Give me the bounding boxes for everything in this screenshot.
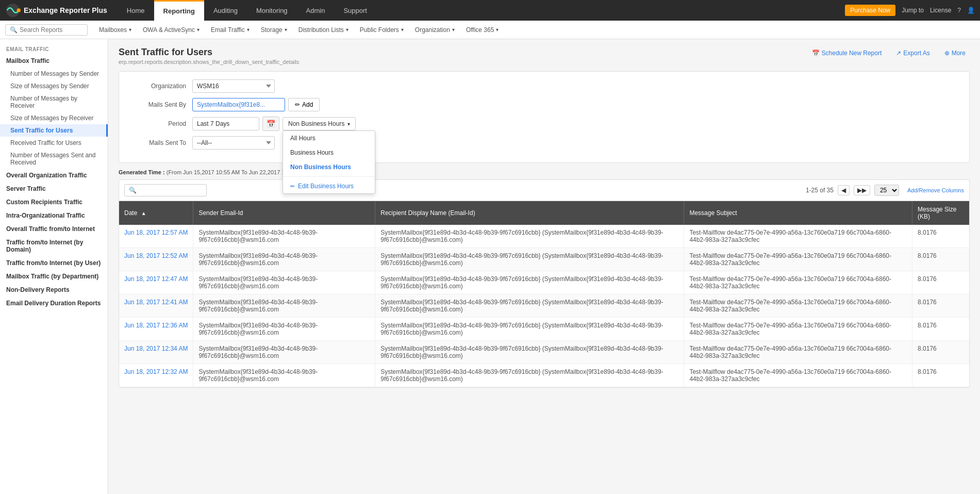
sidebar-group-delivery-duration[interactable]: Email Delivery Duration Reports xyxy=(0,297,108,310)
cell-sender: SystemMailbox{9f31e89d-4b3d-4c48-9b39-9f… xyxy=(193,248,375,271)
hours-option-non-business[interactable]: Non Business Hours xyxy=(283,160,375,174)
chevron-down-icon: ▾ xyxy=(401,27,404,32)
add-button[interactable]: ✏ Add xyxy=(288,98,320,111)
table-body: Jun 18, 2017 12:57 AM SystemMailbox{9f31… xyxy=(119,225,969,387)
prev-page-button[interactable]: ◀ xyxy=(838,185,850,195)
sidebar-item-msg-by-receiver[interactable]: Number of Messages by Receiver xyxy=(0,92,108,112)
cell-recipient: SystemMailbox{9f31e89d-4b3d-4c48-9b39-9f… xyxy=(375,364,684,387)
cell-date[interactable]: Jun 18, 2017 12:32 AM xyxy=(119,364,193,387)
period-container: 📅 Non Business Hours ▾ All Hours Busines… xyxy=(192,117,356,131)
help-icon[interactable]: ? xyxy=(957,7,961,14)
search-box[interactable]: 🔍 xyxy=(5,24,88,36)
sidebar-group-internet-by-user[interactable]: Traffic from/to Internet (by User) xyxy=(0,256,108,270)
table-row: Jun 18, 2017 12:41 AM SystemMailbox{9f31… xyxy=(119,294,969,318)
cell-recipient: SystemMailbox{9f31e89d-4b3d-4c48-9b39-9f… xyxy=(375,294,684,318)
nav-monitoring[interactable]: Monitoring xyxy=(247,0,297,21)
sidebar-group-non-delivery[interactable]: Non-Delivery Reports xyxy=(0,283,108,297)
schedule-report-button[interactable]: 📅 Schedule New Report xyxy=(808,47,886,59)
nav-mailboxes[interactable]: Mailboxes ▾ xyxy=(94,21,137,39)
purchase-button[interactable]: Purchase Now xyxy=(845,5,895,16)
sidebar-group-intra-org[interactable]: Intra-Organizational Traffic xyxy=(0,209,108,222)
cell-date[interactable]: Jun 18, 2017 12:47 AM xyxy=(119,271,193,294)
cell-date[interactable]: Jun 18, 2017 12:36 AM xyxy=(119,318,193,341)
cell-date[interactable]: Jun 18, 2017 12:41 AM xyxy=(119,294,193,318)
sidebar-item-size-by-receiver[interactable]: Size of Messages by Receiver xyxy=(0,112,108,124)
chevron-down-icon: ▾ xyxy=(129,27,131,32)
cell-sender: SystemMailbox{9f31e89d-4b3d-4c48-9b39-9f… xyxy=(193,364,375,387)
logo-icon xyxy=(5,3,21,18)
sidebar-item-received-traffic[interactable]: Received Traffic for Users xyxy=(0,137,108,149)
hours-dropdown-button[interactable]: Non Business Hours ▾ xyxy=(283,117,356,130)
search-input[interactable] xyxy=(20,26,81,34)
cell-subject: Test-Mailflow de4ac775-0e7e-4990-a56a-13… xyxy=(684,248,912,271)
nav-auditing[interactable]: Auditing xyxy=(204,0,247,21)
cell-recipient: SystemMailbox{9f31e89d-4b3d-4c48-9b39-9f… xyxy=(375,225,684,248)
table-row: Jun 18, 2017 12:47 AM SystemMailbox{9f31… xyxy=(119,271,969,294)
app-logo: Exchange Reporter Plus xyxy=(5,3,107,18)
mails-sent-by-label: Mails Sent By xyxy=(129,101,186,108)
cell-date[interactable]: Jun 18, 2017 12:34 AM xyxy=(119,341,193,364)
calendar-button[interactable]: 📅 xyxy=(262,117,279,131)
cell-sender: SystemMailbox{9f31e89d-4b3d-4c48-9b39-9f… xyxy=(193,225,375,248)
table-search-input[interactable] xyxy=(124,184,207,196)
export-as-button[interactable]: ↗ Export As xyxy=(892,47,934,59)
nav-public-folders[interactable]: Public Folders ▾ xyxy=(355,21,409,39)
period-label: Period xyxy=(129,120,186,127)
sort-arrow-icon[interactable]: ▲ xyxy=(141,210,146,216)
mails-sent-by-input[interactable] xyxy=(192,98,285,111)
cell-date[interactable]: Jun 18, 2017 12:57 AM xyxy=(119,225,193,248)
user-icon[interactable]: 👤 xyxy=(967,7,975,14)
sidebar-group-overall-internet[interactable]: Overall Traffic from/to Internet xyxy=(0,222,108,236)
nav-home[interactable]: Home xyxy=(118,0,154,21)
nav-distribution-lists[interactable]: Distribution Lists ▾ xyxy=(293,21,354,39)
license-link[interactable]: License xyxy=(930,7,951,14)
sidebar-item-msg-sent-received[interactable]: Number of Messages Sent and Received xyxy=(0,149,108,169)
nav-storage[interactable]: Storage ▾ xyxy=(256,21,292,39)
sidebar-item-size-by-sender[interactable]: Size of Messages by Sender xyxy=(0,80,108,92)
sidebar-item-msg-by-sender[interactable]: Number of Messages by Sender xyxy=(0,68,108,80)
org-row: Organization WSM16 xyxy=(129,79,959,93)
org-select[interactable]: WSM16 xyxy=(192,79,275,93)
col-date: Date ▲ xyxy=(119,201,193,225)
period-row: Period 📅 Non Business Hours ▾ All Hours … xyxy=(129,117,959,131)
sidebar-group-custom-recipients[interactable]: Custom Recipients Traffic xyxy=(0,195,108,209)
chevron-down-icon: ▾ xyxy=(347,121,350,127)
cell-date[interactable]: Jun 18, 2017 12:52 AM xyxy=(119,248,193,271)
nav-support[interactable]: Support xyxy=(334,0,376,21)
sidebar-group-mailbox-by-dept[interactable]: Mailbox Traffic (by Department) xyxy=(0,270,108,283)
hours-dropdown: Non Business Hours ▾ All Hours Business … xyxy=(283,117,356,130)
add-remove-columns-button[interactable]: Add/Remove Columns xyxy=(907,187,964,193)
period-input[interactable] xyxy=(192,117,259,130)
page-title: Sent Traffic for Users xyxy=(119,47,299,58)
mails-sent-by-row: Mails Sent By ✏ Add xyxy=(129,98,959,111)
table-row: Jun 18, 2017 12:32 AM SystemMailbox{9f31… xyxy=(119,364,969,387)
sidebar-group-server-traffic[interactable]: Server Traffic xyxy=(0,182,108,195)
jump-to-link[interactable]: Jump to xyxy=(902,7,924,14)
nav-owa-activesync[interactable]: OWA & ActiveSync ▾ xyxy=(138,21,205,39)
nav-organization[interactable]: Organization ▾ xyxy=(410,21,460,39)
nav-reporting[interactable]: Reporting xyxy=(154,0,204,21)
dropdown-divider xyxy=(283,176,375,177)
more-button[interactable]: ⊕ More xyxy=(940,47,970,59)
next-page-button[interactable]: ▶▶ xyxy=(854,185,870,195)
generated-time: Generated Time : (From Jun 15,2017 10:55… xyxy=(119,169,970,175)
edit-business-hours-button[interactable]: Edit Business Hours xyxy=(283,179,375,193)
pagination-info: 1-25 of 35 xyxy=(806,187,834,194)
sidebar-group-internet-by-domain[interactable]: Traffic from/to Internet (by Domain) xyxy=(0,236,108,256)
sidebar-group-mailbox-traffic[interactable]: Mailbox Traffic xyxy=(0,54,108,68)
nav-admin[interactable]: Admin xyxy=(297,0,335,21)
mails-sent-to-select[interactable]: --All-- xyxy=(192,136,275,150)
chevron-down-icon: ▾ xyxy=(285,27,287,32)
sidebar: EMAIL TRAFFIC Mailbox Traffic Number of … xyxy=(0,39,108,494)
col-subject: Message Subject xyxy=(684,201,912,225)
chevron-down-icon: ▾ xyxy=(197,27,200,32)
nav-email-traffic[interactable]: Email Traffic ▾ xyxy=(206,21,255,39)
hours-option-business[interactable]: Business Hours xyxy=(283,145,375,160)
hours-option-all[interactable]: All Hours xyxy=(283,131,375,145)
per-page-select[interactable]: 25 xyxy=(874,185,899,196)
cell-subject: Test-Mailflow de4ac775-0e7e-4990-a56a-13… xyxy=(684,318,912,341)
sidebar-item-sent-traffic[interactable]: Sent Traffic for Users xyxy=(0,124,108,137)
sidebar-group-overall-org[interactable]: Overall Organization Traffic xyxy=(0,169,108,182)
nav-office365[interactable]: Office 365 ▾ xyxy=(461,21,504,39)
cell-size: 8.0176 xyxy=(912,248,969,271)
